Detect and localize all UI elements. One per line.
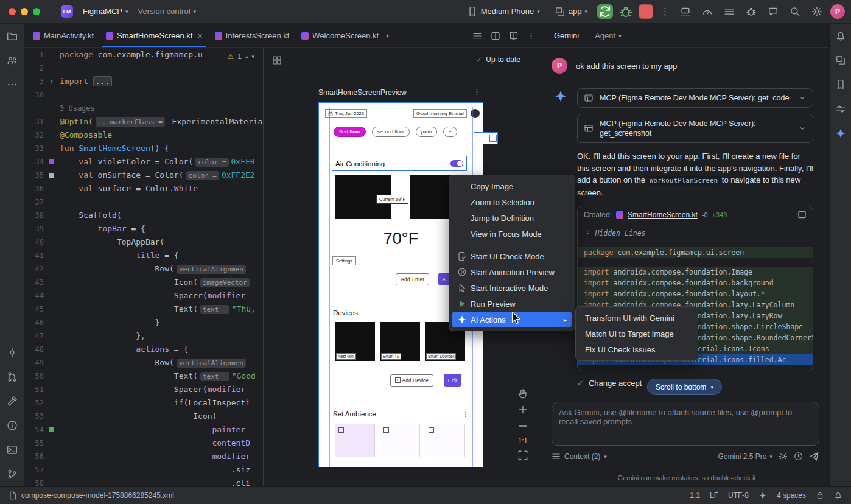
pan-hand-icon[interactable]: [517, 388, 528, 399]
gemini-toolwindow-icon[interactable]: [830, 121, 851, 145]
code-line[interactable]: 55 contentD: [24, 436, 263, 450]
history-icon[interactable]: [794, 452, 803, 461]
selection-resize-handle[interactable]: [474, 132, 498, 144]
scroll-to-bottom-button[interactable]: Scroll to bottom ▾: [647, 379, 722, 395]
code-line[interactable]: 3›import ...: [24, 75, 263, 88]
ai-spark-icon[interactable]: [758, 491, 767, 500]
menu-item-start-ui-check-mode[interactable]: Start UI Check Mode: [452, 248, 572, 264]
search-everywhere-icon[interactable]: [786, 3, 804, 20]
code-line[interactable]: 41 title = {: [24, 249, 263, 262]
notifications-icon[interactable]: [830, 24, 851, 48]
rerun-button[interactable]: [597, 4, 613, 19]
code-line[interactable]: import androidx.compose.foundation.backg…: [578, 278, 813, 289]
model-selector[interactable]: Gemini 2.5 Pro ▾: [718, 452, 772, 461]
code-line[interactable]: 3 Usages: [24, 102, 263, 115]
notifications-icon[interactable]: [834, 491, 842, 500]
code-line[interactable]: import androidx.compose.foundation.layou…: [578, 289, 813, 299]
code-line[interactable]: 40 TopAppBar(: [24, 236, 263, 249]
code-line[interactable]: import androidx.compose.foundation.Image: [578, 267, 813, 278]
emulator-settings-icon[interactable]: [830, 97, 851, 121]
send-icon[interactable]: [809, 451, 819, 461]
menu-item-view-in-focus-mode[interactable]: View in Focus Mode: [452, 226, 572, 242]
lock-icon[interactable]: [816, 491, 824, 500]
minimize-button[interactable]: [21, 8, 28, 15]
ambience-card[interactable]: [425, 424, 465, 457]
build-icon[interactable]: [0, 389, 24, 413]
code-line[interactable]: 50 Text(text ="Good: [24, 369, 263, 383]
next-issue-icon[interactable]: ▾: [251, 54, 254, 60]
tab-gemini[interactable]: Gemini: [554, 31, 579, 40]
prev-issue-icon[interactable]: ▴: [245, 54, 248, 60]
settings-icon[interactable]: [808, 3, 825, 20]
pull-requests-icon[interactable]: [0, 365, 24, 389]
tab-welcomescreen-kt[interactable]: WelcomeScreen.kt▾: [295, 24, 394, 47]
close-button[interactable]: [9, 8, 16, 15]
indent-setting[interactable]: 4 spaces: [777, 491, 806, 500]
gallery-view-icon[interactable]: [272, 55, 282, 65]
zoom-to-fit-icon[interactable]: [517, 450, 528, 461]
tool-call-row[interactable]: MCP (Figma Remote Dev Mode MCP Server): …: [577, 114, 813, 143]
floor-chip[interactable]: second floor: [372, 127, 410, 137]
tool-call-row[interactable]: MCP (Figma Remote Dev Mode MCP Server): …: [577, 88, 813, 108]
code-line[interactable]: 56 modifier: [24, 450, 263, 463]
menu-item-ai-actions[interactable]: AI Actions▸: [452, 312, 572, 327]
zoom-level[interactable]: 1:1: [518, 437, 527, 444]
code-line[interactable]: 39 topBar = {: [24, 222, 263, 236]
menu-item-jump-to-definition[interactable]: Jump to Definition: [452, 210, 572, 226]
profiler-icon[interactable]: [699, 3, 716, 20]
code-line[interactable]: 35 val onSurface = Color(color =0xFF2E2: [24, 169, 263, 182]
soft-wrap-icon[interactable]: [472, 31, 482, 41]
terminal-icon[interactable]: [0, 438, 24, 462]
code-line[interactable]: package com.example.figmamcp.ui.screen: [578, 247, 813, 258]
code-line[interactable]: 52 if(LocalInspecti: [24, 396, 263, 410]
tab-smarthomescreen-kt[interactable]: SmartHomeScreen.kt×: [100, 24, 208, 47]
preview-options-icon[interactable]: ⋮: [473, 87, 481, 96]
code-line[interactable]: 47 },: [24, 329, 263, 343]
commit-icon[interactable]: [0, 340, 24, 365]
preview-mode-icon[interactable]: [509, 31, 519, 41]
inspection-widget[interactable]: ⚠ 1 ▴ ▾: [223, 51, 258, 62]
menu-item-start-animation-preview[interactable]: Start Animation Preview: [452, 264, 572, 280]
menu-item-zoom-to-selection[interactable]: Zoom to Selection: [452, 194, 572, 210]
code-line[interactable]: 37: [24, 195, 263, 209]
code-line[interactable]: 30: [24, 88, 263, 102]
chevron-down-icon[interactable]: [798, 94, 807, 102]
code-line[interactable]: 51 Spacer(modifier: [24, 383, 263, 396]
line-separator[interactable]: LF: [710, 491, 718, 500]
submenu-item-transform-ui-with-gemini[interactable]: Transform UI with Gemini: [579, 310, 695, 326]
version-control-icon[interactable]: [0, 462, 24, 486]
split-editor-icon[interactable]: [491, 31, 500, 41]
code-line[interactable]: 57 .siz: [24, 463, 263, 477]
gradle-icon[interactable]: [830, 48, 851, 72]
submenu-item-fix-ui-check-issues[interactable]: Fix UI Check Issues: [579, 341, 695, 357]
caret-position[interactable]: 1:1: [690, 491, 700, 500]
tab-interestsscreen-kt[interactable]: InterestsScreen.kt: [209, 24, 296, 47]
code-line[interactable]: 46 }: [24, 316, 263, 329]
add-timer-button[interactable]: Add Timer: [396, 273, 429, 285]
running-devices-icon[interactable]: [677, 3, 694, 20]
code-editor[interactable]: 1package com.example.figmamcp.u23›import…: [24, 48, 263, 486]
device-selector[interactable]: Medium Phone ▾: [462, 4, 545, 19]
menu-item-start-interactive-mode[interactable]: Start Interactive Mode: [452, 280, 572, 296]
code-line[interactable]: 43 Icon(imageVector: [24, 276, 263, 289]
more-actions-icon[interactable]: ⋮: [658, 6, 672, 17]
profile-avatar[interactable]: P: [830, 4, 845, 19]
project-icon[interactable]: [0, 24, 24, 48]
air-conditioning-header[interactable]: Air Conditioning: [332, 156, 467, 171]
code-line[interactable]: 58 .cli: [24, 477, 263, 486]
logcat-icon[interactable]: [721, 3, 738, 20]
zoom-button[interactable]: [33, 8, 40, 15]
file-encoding[interactable]: UTF-8: [728, 491, 749, 500]
code-line[interactable]: 49 Row(verticalAlignmen: [24, 356, 263, 369]
run-config-selector[interactable]: app ▾: [550, 4, 592, 19]
floor-chip[interactable]: first floor: [334, 127, 366, 137]
code-line[interactable]: 32@Composable: [24, 128, 263, 142]
code-line[interactable]: 45 Text(text ="Thu,: [24, 303, 263, 316]
chevron-down-icon[interactable]: [798, 124, 807, 133]
debug-button[interactable]: [618, 4, 634, 19]
code-line[interactable]: 36 val surface = Color.White: [24, 182, 263, 195]
chevron-down-icon[interactable]: ▾: [386, 33, 389, 39]
vcs-menu[interactable]: Version control ▾: [133, 4, 201, 19]
submenu-item-match-ui-to-target-image[interactable]: Match UI to Target Image: [579, 326, 695, 341]
add-device-button[interactable]: + Add Device: [390, 374, 433, 387]
